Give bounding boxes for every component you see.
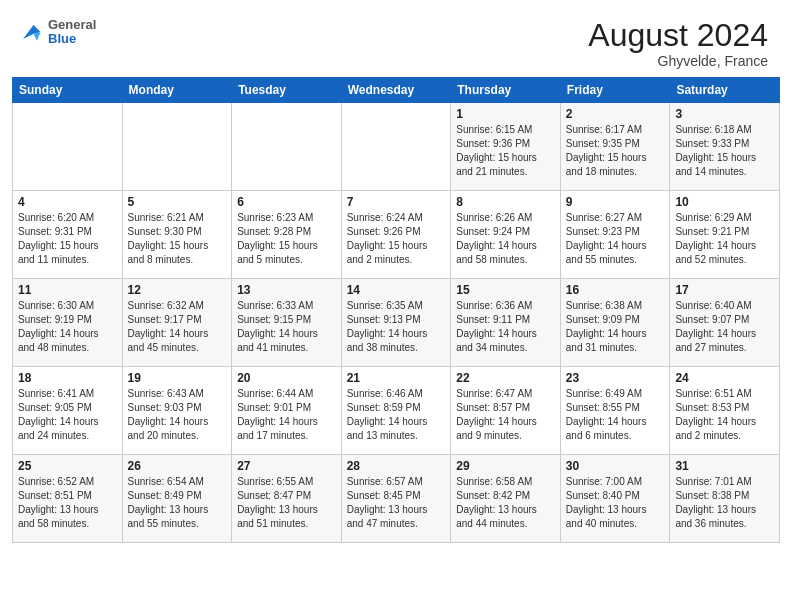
header-right: August 2024 Ghyvelde, France <box>588 18 768 69</box>
day-info: Sunrise: 6:40 AMSunset: 9:07 PMDaylight:… <box>675 299 774 355</box>
day-info: Sunrise: 6:32 AMSunset: 9:17 PMDaylight:… <box>128 299 227 355</box>
day-number: 22 <box>456 371 555 385</box>
calendar-table: SundayMondayTuesdayWednesdayThursdayFrid… <box>12 77 780 543</box>
day-number: 19 <box>128 371 227 385</box>
table-cell: 3Sunrise: 6:18 AMSunset: 9:33 PMDaylight… <box>670 103 780 191</box>
table-cell: 27Sunrise: 6:55 AMSunset: 8:47 PMDayligh… <box>232 455 342 543</box>
table-cell: 14Sunrise: 6:35 AMSunset: 9:13 PMDayligh… <box>341 279 451 367</box>
table-cell: 12Sunrise: 6:32 AMSunset: 9:17 PMDayligh… <box>122 279 232 367</box>
page: General Blue August 2024 Ghyvelde, Franc… <box>0 0 792 612</box>
day-number: 29 <box>456 459 555 473</box>
day-number: 6 <box>237 195 336 209</box>
table-cell: 25Sunrise: 6:52 AMSunset: 8:51 PMDayligh… <box>13 455 123 543</box>
day-info: Sunrise: 6:29 AMSunset: 9:21 PMDaylight:… <box>675 211 774 267</box>
table-cell: 15Sunrise: 6:36 AMSunset: 9:11 PMDayligh… <box>451 279 561 367</box>
header-day-thursday: Thursday <box>451 78 561 103</box>
table-cell: 8Sunrise: 6:26 AMSunset: 9:24 PMDaylight… <box>451 191 561 279</box>
table-cell: 30Sunrise: 7:00 AMSunset: 8:40 PMDayligh… <box>560 455 670 543</box>
logo-general-text: General <box>48 18 96 32</box>
table-cell: 6Sunrise: 6:23 AMSunset: 9:28 PMDaylight… <box>232 191 342 279</box>
day-info: Sunrise: 6:27 AMSunset: 9:23 PMDaylight:… <box>566 211 665 267</box>
table-cell: 4Sunrise: 6:20 AMSunset: 9:31 PMDaylight… <box>13 191 123 279</box>
month-title: August 2024 <box>588 18 768 53</box>
table-cell: 13Sunrise: 6:33 AMSunset: 9:15 PMDayligh… <box>232 279 342 367</box>
table-cell: 11Sunrise: 6:30 AMSunset: 9:19 PMDayligh… <box>13 279 123 367</box>
header-day-monday: Monday <box>122 78 232 103</box>
header-day-tuesday: Tuesday <box>232 78 342 103</box>
table-cell <box>232 103 342 191</box>
day-info: Sunrise: 6:55 AMSunset: 8:47 PMDaylight:… <box>237 475 336 531</box>
table-cell: 19Sunrise: 6:43 AMSunset: 9:03 PMDayligh… <box>122 367 232 455</box>
table-cell: 17Sunrise: 6:40 AMSunset: 9:07 PMDayligh… <box>670 279 780 367</box>
day-number: 24 <box>675 371 774 385</box>
day-number: 26 <box>128 459 227 473</box>
day-number: 2 <box>566 107 665 121</box>
day-info: Sunrise: 6:36 AMSunset: 9:11 PMDaylight:… <box>456 299 555 355</box>
day-info: Sunrise: 6:17 AMSunset: 9:35 PMDaylight:… <box>566 123 665 179</box>
header-day-friday: Friday <box>560 78 670 103</box>
table-cell <box>341 103 451 191</box>
day-number: 23 <box>566 371 665 385</box>
day-number: 25 <box>18 459 117 473</box>
day-info: Sunrise: 6:58 AMSunset: 8:42 PMDaylight:… <box>456 475 555 531</box>
day-info: Sunrise: 6:43 AMSunset: 9:03 PMDaylight:… <box>128 387 227 443</box>
table-cell: 9Sunrise: 6:27 AMSunset: 9:23 PMDaylight… <box>560 191 670 279</box>
day-number: 28 <box>347 459 446 473</box>
table-cell: 10Sunrise: 6:29 AMSunset: 9:21 PMDayligh… <box>670 191 780 279</box>
day-number: 27 <box>237 459 336 473</box>
day-number: 18 <box>18 371 117 385</box>
day-info: Sunrise: 6:15 AMSunset: 9:36 PMDaylight:… <box>456 123 555 179</box>
day-number: 21 <box>347 371 446 385</box>
table-cell: 1Sunrise: 6:15 AMSunset: 9:36 PMDaylight… <box>451 103 561 191</box>
day-info: Sunrise: 6:41 AMSunset: 9:05 PMDaylight:… <box>18 387 117 443</box>
table-cell: 16Sunrise: 6:38 AMSunset: 9:09 PMDayligh… <box>560 279 670 367</box>
calendar-header: SundayMondayTuesdayWednesdayThursdayFrid… <box>13 78 780 103</box>
logo-icon <box>16 18 44 46</box>
table-cell: 7Sunrise: 6:24 AMSunset: 9:26 PMDaylight… <box>341 191 451 279</box>
day-number: 4 <box>18 195 117 209</box>
table-cell: 2Sunrise: 6:17 AMSunset: 9:35 PMDaylight… <box>560 103 670 191</box>
header: General Blue August 2024 Ghyvelde, Franc… <box>0 0 792 77</box>
table-cell: 24Sunrise: 6:51 AMSunset: 8:53 PMDayligh… <box>670 367 780 455</box>
table-cell: 29Sunrise: 6:58 AMSunset: 8:42 PMDayligh… <box>451 455 561 543</box>
day-number: 17 <box>675 283 774 297</box>
table-cell: 21Sunrise: 6:46 AMSunset: 8:59 PMDayligh… <box>341 367 451 455</box>
day-number: 16 <box>566 283 665 297</box>
day-info: Sunrise: 6:30 AMSunset: 9:19 PMDaylight:… <box>18 299 117 355</box>
day-info: Sunrise: 6:26 AMSunset: 9:24 PMDaylight:… <box>456 211 555 267</box>
day-info: Sunrise: 6:49 AMSunset: 8:55 PMDaylight:… <box>566 387 665 443</box>
day-number: 12 <box>128 283 227 297</box>
day-number: 30 <box>566 459 665 473</box>
day-number: 5 <box>128 195 227 209</box>
header-day-sunday: Sunday <box>13 78 123 103</box>
day-info: Sunrise: 7:01 AMSunset: 8:38 PMDaylight:… <box>675 475 774 531</box>
day-number: 13 <box>237 283 336 297</box>
day-info: Sunrise: 7:00 AMSunset: 8:40 PMDaylight:… <box>566 475 665 531</box>
week-row-4: 25Sunrise: 6:52 AMSunset: 8:51 PMDayligh… <box>13 455 780 543</box>
day-info: Sunrise: 6:35 AMSunset: 9:13 PMDaylight:… <box>347 299 446 355</box>
table-cell: 31Sunrise: 7:01 AMSunset: 8:38 PMDayligh… <box>670 455 780 543</box>
table-cell: 22Sunrise: 6:47 AMSunset: 8:57 PMDayligh… <box>451 367 561 455</box>
day-number: 15 <box>456 283 555 297</box>
week-row-0: 1Sunrise: 6:15 AMSunset: 9:36 PMDaylight… <box>13 103 780 191</box>
header-row: SundayMondayTuesdayWednesdayThursdayFrid… <box>13 78 780 103</box>
header-day-wednesday: Wednesday <box>341 78 451 103</box>
day-info: Sunrise: 6:23 AMSunset: 9:28 PMDaylight:… <box>237 211 336 267</box>
table-cell: 20Sunrise: 6:44 AMSunset: 9:01 PMDayligh… <box>232 367 342 455</box>
day-number: 11 <box>18 283 117 297</box>
day-number: 20 <box>237 371 336 385</box>
location: Ghyvelde, France <box>588 53 768 69</box>
day-number: 7 <box>347 195 446 209</box>
header-day-saturday: Saturday <box>670 78 780 103</box>
calendar: SundayMondayTuesdayWednesdayThursdayFrid… <box>0 77 792 612</box>
logo-blue-text: Blue <box>48 32 96 46</box>
day-info: Sunrise: 6:47 AMSunset: 8:57 PMDaylight:… <box>456 387 555 443</box>
calendar-body: 1Sunrise: 6:15 AMSunset: 9:36 PMDaylight… <box>13 103 780 543</box>
day-info: Sunrise: 6:21 AMSunset: 9:30 PMDaylight:… <box>128 211 227 267</box>
day-info: Sunrise: 6:54 AMSunset: 8:49 PMDaylight:… <box>128 475 227 531</box>
day-info: Sunrise: 6:18 AMSunset: 9:33 PMDaylight:… <box>675 123 774 179</box>
day-number: 31 <box>675 459 774 473</box>
day-info: Sunrise: 6:57 AMSunset: 8:45 PMDaylight:… <box>347 475 446 531</box>
table-cell: 23Sunrise: 6:49 AMSunset: 8:55 PMDayligh… <box>560 367 670 455</box>
table-cell: 28Sunrise: 6:57 AMSunset: 8:45 PMDayligh… <box>341 455 451 543</box>
